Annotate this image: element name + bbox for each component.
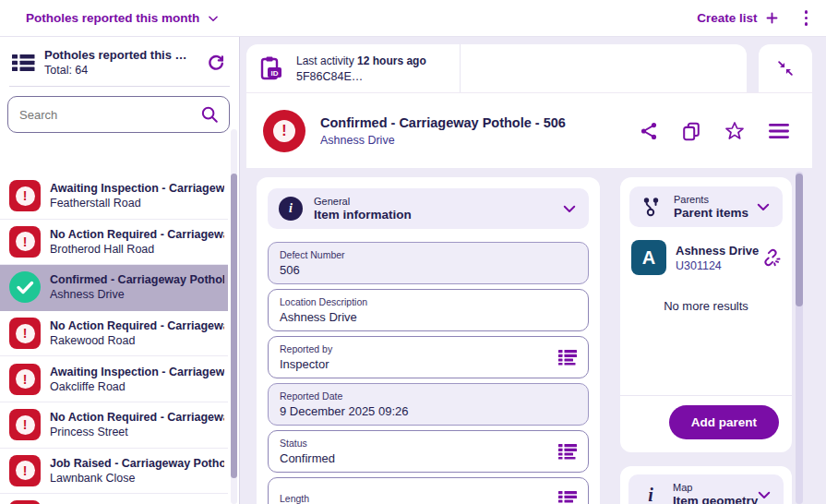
list-item[interactable]: !Job Raised - Carriageway Potho…Newhey R… [0,494,228,504]
lookup-list-icon[interactable] [558,491,577,504]
record-id-icon: ID [259,55,283,81]
list-selector-label: Potholes reported this month [26,11,199,25]
hamburger-menu-icon[interactable] [768,122,790,140]
section-title: Item information [314,208,550,222]
section-title: Parent items [674,206,744,220]
collapse-icon [775,58,796,78]
record-id: 5F86C84E… [296,70,426,83]
map-panel: i Map Item geometry [620,466,792,504]
sidebar-total-count: Total: 64 [44,64,195,77]
collapse-panel-button[interactable] [759,44,812,92]
results-sidebar: Potholes reported this … Total: 64 [0,37,240,504]
field-value: Inspector [280,357,551,371]
sidebar-scrollbar-thumb[interactable] [231,174,237,478]
record-header: ! Confirmed - Carriageway Pothole - 506 … [246,92,812,168]
info-icon: i [640,485,662,504]
parents-panel: Parents Parent items A Ashness Drive U30… [620,177,792,452]
list-item-subtitle: Oakcliffe Road [50,380,224,393]
field-reported-by[interactable]: Reported byInspector [268,336,589,378]
parent-code: U301124 [676,259,751,272]
list-item-subtitle: Ashness Drive [50,288,224,301]
list-item-subtitle: Brotherod Hall Road [50,243,224,256]
field-status[interactable]: StatusConfirmed [268,430,589,473]
section-label: Map [673,482,745,493]
list-item[interactable]: !Awaiting Inspection - Carriagew…Oakclif… [0,356,228,402]
general-section-header[interactable]: i General Item information [268,188,589,229]
sidebar-scrollbar[interactable] [231,129,237,504]
create-list-button[interactable]: Create list [697,11,778,25]
parents-section-header[interactable]: Parents Parent items [629,186,783,227]
chevron-down-icon [755,198,772,215]
info-icon: i [279,197,303,221]
field-location-description[interactable]: Location DescriptionAshness Drive [268,289,589,331]
alert-icon: ! [9,226,41,258]
share-icon[interactable] [639,121,659,141]
refresh-button[interactable] [204,51,228,75]
alert-icon: ! [9,318,41,349]
list-item[interactable]: !No Action Required - Carriagewa…Princes… [0,402,228,449]
content-scrollbar[interactable] [796,172,803,504]
list-item-subtitle: Rakewood Road [50,334,224,347]
field-value: Confirmed [280,451,551,465]
list-item[interactable]: !Awaiting Inspection - Carriagew…Feather… [0,174,228,220]
record-subtitle: Ashness Drive [320,134,566,147]
check-circle-icon [9,271,41,303]
create-list-label: Create list [697,11,757,25]
list-item-subtitle: Featherstall Road [50,197,224,210]
list-item-title: No Action Required - Carriagewa… [50,411,224,424]
sidebar-header: Potholes reported this … Total: 64 [0,37,239,86]
field-value: 506 [280,263,577,277]
list-selector-dropdown[interactable]: Potholes reported this month [26,11,220,25]
list-item[interactable]: !No Action Required - Carriagewa…Rakewoo… [0,311,228,357]
lookup-list-icon[interactable] [558,350,577,366]
chevron-down-icon [756,486,772,503]
field-label: Status [280,438,551,449]
list-item[interactable]: !Job Raised - Carriageway Potho…Lawnbank… [0,449,228,495]
general-fields: Defect Number506Location DescriptionAshn… [268,242,589,504]
sidebar-list-title: Potholes reported this … [44,48,195,62]
list-item[interactable]: !No Action Required - Carriagewa…Brother… [0,220,228,266]
parent-name: Ashness Drive [676,244,751,258]
field-label: Length [280,493,551,504]
section-label: General [314,196,550,207]
parent-item-row[interactable]: A Ashness Drive U301124 [629,240,783,275]
search-input[interactable] [19,108,199,122]
record-toolbar: ID Last activity 12 hours ago 5F86C84E… [246,44,747,92]
add-parent-button[interactable]: Add parent [669,405,779,439]
alert-icon: ! [9,180,41,211]
favorite-star-icon[interactable] [724,120,746,142]
top-bar: Potholes reported this month Create list [0,0,826,37]
general-panel: i General Item information Defect Number… [257,177,600,504]
field-label: Defect Number [280,249,577,260]
copy-icon[interactable] [681,121,701,141]
divider [9,86,230,87]
last-activity-value: 12 hours ago [357,54,426,67]
alert-icon: ! [9,364,41,395]
app-window: Potholes reported this month Create list [0,0,826,504]
list-item[interactable]: Confirmed - Carriageway Pothol…Ashness D… [0,265,228,311]
svg-text:ID: ID [271,69,279,78]
list-item-title: No Action Required - Carriagewa… [50,228,224,241]
field-length[interactable]: Length [268,477,589,504]
field-label: Location Description [280,296,577,307]
list-item-subtitle: Princess Street [50,426,224,438]
parents-icon [640,196,663,218]
field-label: Reported Date [280,390,577,402]
unlink-parent-button[interactable] [760,247,781,268]
map-section-header[interactable]: i Map Item geometry [628,474,784,504]
chevron-down-icon [207,12,220,25]
field-label: Reported by [280,343,551,354]
kebab-menu-icon[interactable] [799,6,814,30]
content-scrollbar-thumb[interactable] [796,174,803,306]
unlink-icon [760,247,781,268]
section-title: Item geometry [673,494,745,504]
divider [460,44,461,92]
section-label: Parents [674,194,744,205]
field-reported-date[interactable]: Reported Date9 December 2025 09:26 [268,383,589,426]
list-item-title: No Action Required - Carriagewa… [50,319,224,332]
field-defect-number[interactable]: Defect Number506 [268,242,589,284]
chevron-down-icon [561,200,578,217]
lookup-list-icon[interactable] [558,444,577,460]
alert-icon: ! [9,500,41,504]
search-icon[interactable] [199,104,220,125]
